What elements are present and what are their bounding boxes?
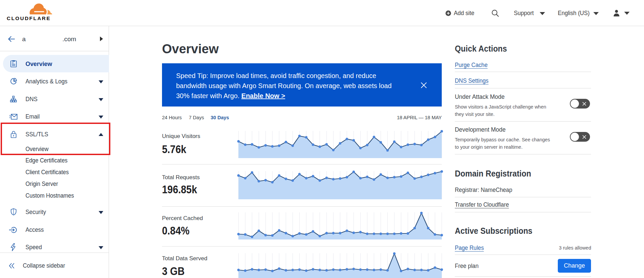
svg-text:CLOUDFLARE: CLOUDFLARE bbox=[7, 15, 51, 21]
